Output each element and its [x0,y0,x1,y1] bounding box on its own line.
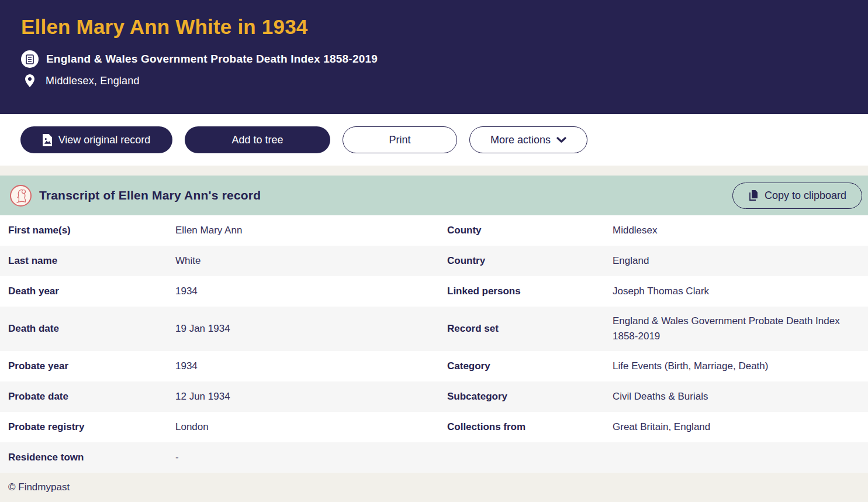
section-divider [0,166,868,176]
field-value: 1934 [175,277,447,306]
table-row: Residence town- [0,442,868,473]
table-row: Probate date12 Jun 1934SubcategoryCivil … [0,381,868,412]
field-label: First name(s) [8,216,175,245]
action-bar: View original record Add to tree Print M… [0,114,868,166]
field-label: Last name [8,246,175,276]
field-value: Middlesex [613,216,868,245]
transcript-header: Transcript of Ellen Mary Ann's record Co… [0,176,868,215]
view-original-record-label: View original record [58,134,151,146]
field-value: Ellen Mary Ann [175,216,447,245]
field-value: 1934 [175,352,447,381]
add-to-tree-button[interactable]: Add to tree [185,126,330,153]
field-label: Death date [8,314,175,343]
field-label: Category [447,352,613,381]
field-value: Great Britain, England [613,412,868,442]
record-set-name: England & Wales Government Probate Death… [46,53,378,66]
field-label: Probate year [8,352,175,381]
field-value: Civil Deaths & Burials [613,382,868,411]
print-label: Print [389,134,410,146]
field-value: London [175,412,447,442]
view-original-record-button[interactable]: View original record [20,126,172,153]
image-file-icon [43,134,53,146]
field-label [447,451,613,465]
record-set-row: England & Wales Government Probate Death… [21,50,847,68]
add-to-tree-label: Add to tree [231,134,283,146]
field-label: Probate registry [8,412,175,442]
field-value [613,451,868,465]
table-row: First name(s)Ellen Mary AnnCountyMiddles… [0,215,868,246]
more-actions-button[interactable]: More actions [469,126,587,153]
copy-to-clipboard-button[interactable]: Copy to clipboard [732,183,862,209]
copy-to-clipboard-label: Copy to clipboard [765,190,846,202]
page-footer: © Findmypast [0,473,868,502]
page-title: Ellen Mary Ann White in 1934 [21,15,847,39]
location-pin-icon [21,74,39,87]
document-icon [21,50,39,68]
field-label: Linked persons [447,277,613,306]
copy-icon [748,190,759,201]
field-value: White [175,246,447,276]
record-page: Ellen Mary Ann White in 1934 England & W… [0,0,868,502]
portrait-icon [10,185,32,207]
table-row: Probate year1934CategoryLife Events (Bir… [0,351,868,381]
field-value: Joseph Thomas Clark [613,277,868,306]
field-value: - [175,443,447,472]
field-label: Residence town [8,443,175,472]
field-value: Life Events (Birth, Marriage, Death) [613,352,868,381]
more-actions-label: More actions [490,134,551,146]
field-label: Collections from [447,412,613,442]
record-location: Middlesex, England [46,75,140,87]
transcript-heading: Transcript of Ellen Mary Ann's record [39,188,261,202]
field-value: 12 Jun 1934 [175,382,447,411]
field-value: England [613,246,868,276]
table-row: Last nameWhiteCountryEngland [0,246,868,276]
copyright-text: © Findmypast [8,482,70,493]
transcript-table: First name(s)Ellen Mary AnnCountyMiddles… [0,215,868,473]
field-label: Probate date [8,382,175,411]
field-label: Country [447,246,613,276]
field-label: Death year [8,277,175,306]
field-label: Record set [447,314,613,343]
table-row: Death date19 Jan 1934Record setEngland &… [0,307,868,351]
field-value: England & Wales Government Probate Death… [613,307,868,351]
location-row: Middlesex, England [21,74,847,87]
field-label: County [447,216,613,245]
table-row: Death year1934Linked personsJoseph Thoma… [0,276,868,307]
chevron-down-icon [556,137,566,143]
record-header: Ellen Mary Ann White in 1934 England & W… [0,0,868,114]
field-label: Subcategory [447,382,613,411]
print-button[interactable]: Print [343,126,457,153]
field-value: 19 Jan 1934 [175,314,447,343]
table-row: Probate registryLondonCollections fromGr… [0,412,868,442]
